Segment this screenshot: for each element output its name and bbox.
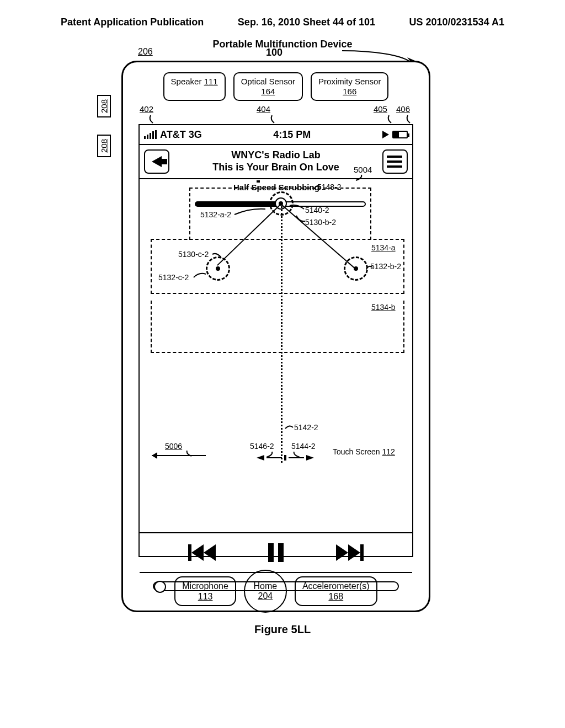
transport-controls — [140, 532, 412, 572]
header-center: Sep. 16, 2010 Sheet 44 of 101 — [238, 17, 375, 28]
scrub-mode-label: Half Speed Scrubbing — [233, 183, 319, 192]
ref-5132-b-2: 5132-b-2 — [370, 262, 401, 271]
next-button[interactable] — [336, 544, 364, 561]
hook-5130c — [211, 252, 222, 260]
arrow-pair — [257, 455, 314, 461]
scrub-area[interactable]: Half Speed Scrubbing 5006 — [140, 179, 412, 532]
time-label: 4:15 PM — [273, 129, 311, 141]
header-right: US 2010/0231534 A1 — [409, 17, 504, 28]
prox-ref: 166 — [343, 87, 356, 96]
speaker-label: Speaker — [171, 77, 202, 86]
arrow-right-icon — [306, 455, 314, 461]
home-button[interactable]: Home 204 — [244, 570, 287, 613]
mic-label: Microphone — [182, 581, 228, 591]
hook-5132a — [233, 208, 266, 218]
ref-5144-2: 5144-2 — [291, 442, 316, 451]
page-header: Patent Application Publication Sep. 16, … — [0, 0, 565, 34]
carrier-label: AT&T 3G — [160, 129, 202, 141]
scrub-progress — [196, 202, 277, 206]
hooks-row — [140, 114, 415, 125]
touch-c-point — [216, 266, 220, 271]
hook-5004 — [355, 174, 364, 181]
ref-100: 100 — [266, 47, 282, 58]
list-icon — [388, 156, 402, 158]
ref-5140-2: 5140-2 — [305, 206, 329, 215]
hook-5142 — [284, 424, 294, 432]
now-playing-icon — [382, 131, 389, 138]
ref-5130-c-2: 5130-c-2 — [178, 250, 209, 259]
home-label: Home — [254, 581, 278, 591]
hook-5148 — [314, 184, 322, 191]
optical-label: Optical Sensor — [241, 77, 295, 87]
ref-404: 404 — [257, 104, 270, 114]
home-ref: 204 — [258, 591, 273, 601]
ref-5146-2: 5146-2 — [250, 442, 274, 451]
rewind-icon — [191, 544, 204, 561]
hook-5132c — [193, 272, 207, 280]
ref-405: 405 — [374, 104, 387, 114]
region-bottom — [151, 301, 404, 353]
speaker-box: Speaker 111 — [163, 72, 226, 101]
ref-5132-c-2: 5132-c-2 — [158, 273, 189, 282]
pause-button[interactable] — [268, 543, 284, 562]
battery-icon — [392, 131, 408, 138]
hook-5130b — [295, 215, 306, 223]
hook-5140 — [289, 204, 305, 211]
ref-5134-b: 5134-b — [371, 303, 396, 312]
header-left: Patent Application Publication — [61, 17, 204, 28]
pause-icon — [268, 543, 274, 562]
ref-208-bottom: 208 — [97, 135, 111, 157]
ref-5134-a: 5134-a — [371, 243, 396, 252]
ref-402: 402 — [140, 104, 153, 114]
vertical-axis — [281, 204, 282, 463]
touch-screen-label: Touch Screen 112 — [333, 447, 395, 456]
microphone-box: Microphone 113 — [174, 576, 236, 606]
proximity-sensor-box: Proximity Sensor 166 — [311, 72, 388, 101]
forward-icon — [336, 544, 348, 561]
arrow-left-icon — [257, 455, 264, 461]
previous-button[interactable] — [188, 544, 216, 561]
device-body: Speaker 111 Optical Sensor 164 Proximity… — [121, 61, 430, 612]
ref-5132-a-2: 5132-a-2 — [200, 210, 231, 219]
ref-406: 406 — [396, 104, 410, 114]
accel-ref: 168 — [302, 591, 370, 602]
arrow-5006 — [145, 451, 211, 461]
signal-icon — [144, 130, 157, 139]
mic-ref: 113 — [182, 591, 228, 602]
optical-ref: 164 — [261, 87, 275, 96]
hook-5006 — [186, 449, 195, 457]
ref-5142-2: 5142-2 — [294, 423, 318, 432]
accel-label: Accelerometer(s) — [302, 581, 370, 591]
track-subtitle: This is Your Brain On Love — [174, 162, 378, 174]
speaker-ref: 111 — [204, 77, 218, 86]
status-bar: AT&T 3G 4:15 PM — [140, 125, 412, 145]
ref-206: 206 — [138, 47, 153, 57]
prox-label: Proximity Sensor — [318, 77, 381, 87]
accelerometer-box: Accelerometer(s) 168 — [295, 576, 377, 606]
tracklist-button[interactable] — [382, 149, 408, 174]
svg-marker-2 — [152, 452, 157, 459]
ref-208-top: 208 — [97, 95, 111, 117]
optical-sensor-box: Optical Sensor 164 — [233, 72, 303, 101]
ref-5006: 5006 — [165, 442, 182, 451]
figure-label: Figure 5LL — [0, 623, 565, 636]
ref-5004: 5004 — [354, 165, 372, 174]
back-arrow-icon — [152, 156, 162, 167]
back-button[interactable] — [144, 149, 169, 174]
track-title: WNYC's Radio Lab — [174, 149, 378, 162]
touch-screen[interactable]: AT&T 3G 4:15 PM WNYC's Radio Lab This is… — [138, 124, 413, 557]
hook-5132b — [366, 264, 374, 272]
ref-5130-b-2: 5130-b-2 — [305, 218, 336, 227]
